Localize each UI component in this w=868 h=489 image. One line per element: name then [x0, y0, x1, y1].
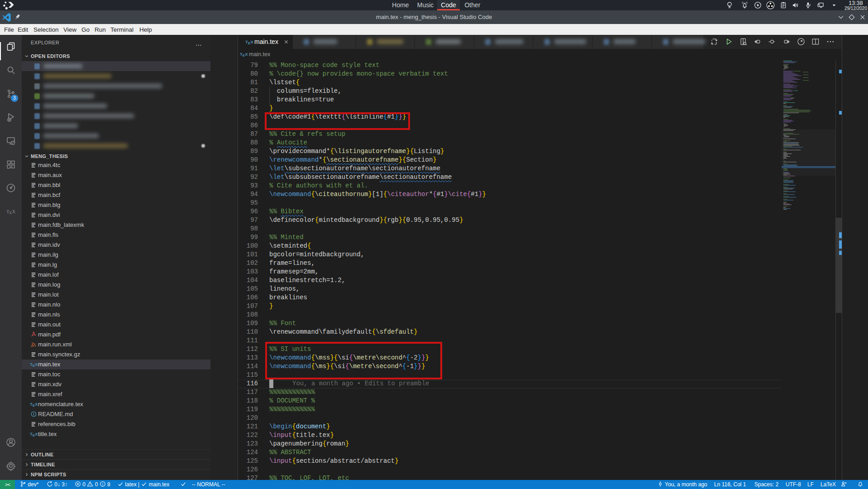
svg-text:TEX: TEX	[6, 209, 15, 215]
